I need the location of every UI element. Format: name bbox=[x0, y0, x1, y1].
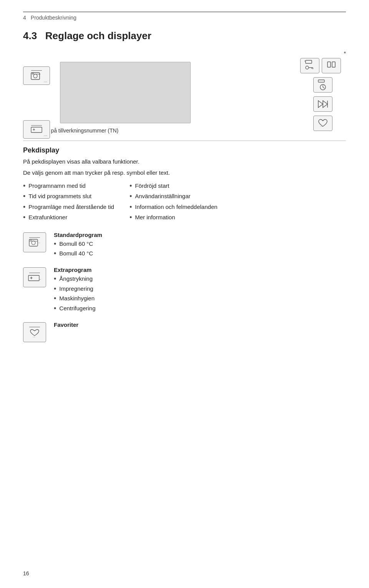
list-item: • Programläge med återstående tid bbox=[23, 203, 114, 212]
list-item: • Mer information bbox=[130, 213, 218, 222]
timer-icon bbox=[313, 77, 332, 93]
bullet: • bbox=[54, 275, 56, 283]
svg-text:+: + bbox=[33, 127, 35, 132]
asterisk-label: * bbox=[344, 50, 346, 56]
extraprogram-content: Extraprogram • Ångstrykning • Impregneri… bbox=[54, 267, 96, 313]
features-left: • Programnamn med tid • Tid vid programm… bbox=[23, 182, 114, 222]
wash-icon-dots: ... bbox=[44, 78, 47, 83]
extra-icon-dots: ... bbox=[44, 132, 47, 137]
left-icon-column: ... bbox=[23, 66, 50, 85]
list-item: • Programnamn med tid bbox=[23, 182, 114, 190]
svg-line-15 bbox=[323, 87, 324, 88]
favoriter-title: Favoriter bbox=[54, 321, 78, 328]
extraprogram-icon: + ... bbox=[23, 267, 46, 287]
svg-point-23 bbox=[32, 241, 35, 245]
svg-marker-17 bbox=[323, 101, 327, 108]
bullet: • bbox=[54, 304, 56, 313]
top-rule bbox=[23, 12, 346, 12]
bullet: • bbox=[130, 213, 132, 222]
breadcrumb: 4 Produktbeskrivning bbox=[23, 15, 346, 21]
feature-text: Programnamn med tid bbox=[28, 182, 85, 190]
bullet: • bbox=[130, 192, 132, 201]
standardprogram-section: ... Standardprogram • Bomull 60 °C • Bom… bbox=[23, 232, 346, 258]
prog-item: Maskinhygien bbox=[59, 294, 95, 303]
section-number: 4 bbox=[23, 15, 26, 21]
page-title: 4.3 Reglage och displayer bbox=[23, 30, 346, 43]
bullet: • bbox=[23, 192, 25, 201]
timer-svg bbox=[318, 80, 328, 90]
heart-svg: ... bbox=[318, 119, 328, 128]
list-item: • Fördröjd start bbox=[130, 182, 218, 190]
svg-rect-12 bbox=[318, 80, 324, 82]
bullet: • bbox=[23, 182, 25, 190]
bullet: • bbox=[23, 213, 25, 222]
bullet: • bbox=[130, 182, 132, 190]
heading-title: Reglage och displayer bbox=[45, 30, 151, 41]
page-number: 16 bbox=[23, 570, 29, 576]
top-control-row: * bbox=[300, 58, 346, 73]
feature-text: Användarinställningar bbox=[135, 192, 190, 201]
svg-point-24 bbox=[30, 240, 31, 240]
key-lock-icon bbox=[300, 58, 319, 73]
list-item: • Bomull 60 °C bbox=[54, 240, 102, 248]
standardprogram-title: Standardprogram bbox=[54, 232, 102, 238]
prog-item: Bomull 60 °C bbox=[59, 240, 93, 248]
svg-rect-11 bbox=[332, 62, 335, 67]
svg-text:...: ... bbox=[33, 335, 35, 338]
features-right: • Fördröjd start • Användarinställningar… bbox=[130, 182, 218, 222]
key-lock-svg bbox=[304, 60, 315, 71]
list-item: • Extrafunktioner bbox=[23, 213, 114, 222]
stdprog-svg: ... bbox=[29, 239, 40, 247]
list-item: • Användarinställningar bbox=[130, 192, 218, 201]
list-item: • Information och felmeddelanden bbox=[130, 203, 218, 212]
bullet: • bbox=[54, 294, 56, 303]
favoriter-content: Favoriter bbox=[54, 321, 78, 329]
list-item: • Ångstrykning bbox=[54, 275, 96, 283]
svg-text:...: ... bbox=[320, 124, 323, 128]
feature-text: Tid vid programmets slut bbox=[28, 192, 91, 201]
feature-text: Programläge med återstående tid bbox=[28, 203, 114, 212]
bullet: • bbox=[130, 203, 132, 212]
svg-text:+: + bbox=[30, 275, 33, 281]
svg-point-6 bbox=[306, 66, 309, 69]
list-item: • Bomull 40 °C bbox=[54, 249, 102, 258]
list-item: • Maskinhygien bbox=[54, 294, 96, 303]
prog-item: Impregnering bbox=[59, 285, 93, 293]
standardprogram-icon: ... bbox=[23, 232, 46, 252]
feature-text: Fördröjd start bbox=[135, 182, 169, 190]
prog-item: Centrifugering bbox=[59, 304, 95, 313]
extraprogram-section: + ... Extraprogram • Ångstrykning • Impr… bbox=[23, 267, 346, 313]
extprog-svg: + ... bbox=[28, 274, 41, 282]
list-item: • Centrifugering bbox=[54, 304, 96, 313]
right-controls: * bbox=[300, 58, 346, 131]
svg-rect-10 bbox=[327, 62, 331, 67]
page-footer: 16 bbox=[23, 570, 29, 576]
bullet: • bbox=[23, 203, 25, 212]
wash-icon-svg bbox=[30, 72, 43, 81]
svg-text:...: ... bbox=[38, 240, 40, 244]
fav-svg: ... bbox=[28, 328, 41, 338]
standardprogram-content: Standardprogram • Bomull 60 °C • Bomull … bbox=[54, 232, 102, 258]
wash-program-icon: ... bbox=[23, 66, 50, 85]
display-panel bbox=[56, 55, 294, 123]
bullet: • bbox=[54, 240, 56, 248]
page-wrapper: 4 Produktbeskrivning 4.3 Reglage och dis… bbox=[0, 0, 369, 588]
svg-marker-16 bbox=[318, 101, 323, 108]
pekdisplay-label: Pekdisplay bbox=[23, 146, 346, 154]
extra-program-icon: + ... bbox=[23, 120, 50, 139]
pekdisplay-desc2: De väljs genom att man trycker på resp. … bbox=[23, 169, 346, 177]
feature-text: Extrafunktioner bbox=[28, 213, 67, 222]
pekdisplay-section: Pekdisplay På pekdisplayen visas alla va… bbox=[23, 146, 346, 177]
extra-icon-svg: + bbox=[31, 127, 42, 134]
list-item: • Tid vid programmets slut bbox=[23, 192, 114, 201]
svg-rect-4 bbox=[306, 60, 312, 63]
features-list: • Programnamn med tid • Tid vid programm… bbox=[23, 182, 346, 222]
section-title: Produktbeskrivning bbox=[31, 15, 76, 21]
device-illustration: ... bbox=[23, 55, 346, 131]
pekdisplay-desc1: På pekdisplayen visas alla valbara funkt… bbox=[23, 157, 346, 166]
pause-svg bbox=[327, 61, 336, 70]
prog-item: Bomull 40 °C bbox=[59, 249, 93, 258]
svg-point-3 bbox=[33, 73, 34, 74]
skip-svg bbox=[317, 100, 328, 108]
heading-number: 4.3 bbox=[23, 30, 37, 41]
